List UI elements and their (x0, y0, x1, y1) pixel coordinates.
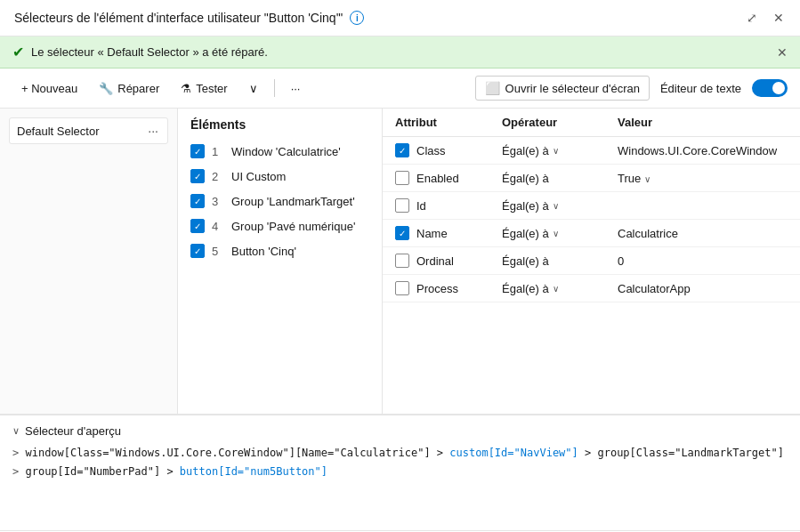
repair-button[interactable]: 🔧 Réparer (90, 77, 168, 100)
attr-checkbox-ordinal[interactable] (395, 254, 409, 268)
repair-icon: 🔧 (99, 82, 113, 95)
selector-more-button[interactable]: ··· (146, 124, 160, 138)
element-label-4: Group 'Pavé numérique' (231, 220, 355, 233)
attr-value-class: Windows.UI.Core.CoreWindow (618, 144, 788, 157)
banner-close-button[interactable]: ✕ (777, 45, 788, 60)
element-num-4: 4 (212, 220, 224, 233)
code-arrow-1: > (12, 447, 25, 459)
sidebar: Default Selector ··· (0, 109, 178, 414)
attr-operator-enabled: Égal(e) à (502, 172, 618, 185)
attr-checkbox-name[interactable]: ✓ (395, 226, 409, 240)
code-arrow-2: > (12, 465, 25, 478)
preview-header[interactable]: ∨ Sélecteur d'aperçu (12, 424, 788, 438)
attr-row-ordinal: Ordinal Égal(e) à 0 (383, 247, 800, 275)
default-selector-item[interactable]: Default Selector ··· (9, 117, 168, 144)
element-label-1: Window 'Calculatrice' (231, 145, 341, 158)
selector-label: Default Selector (17, 125, 100, 138)
attr-operator-process: Égal(e) à ∨ (502, 282, 618, 295)
banner-message: Le sélecteur « Default Selector » a été … (31, 45, 268, 59)
attr-row-process: Process Égal(e) à ∨ CalculatorApp (383, 275, 800, 302)
element-num-3: 3 (212, 195, 224, 208)
attr-operator-name: Égal(e) à ∨ (502, 227, 618, 240)
attr-operator-class: Égal(e) à ∨ (502, 144, 618, 157)
element-num-1: 1 (212, 145, 224, 158)
code-window: window[Class="Windows.UI.Core.CoreWindow… (25, 447, 449, 459)
toolbar: + Nouveau 🔧 Réparer ⚗ Tester ∨ ··· ⬜ Ouv… (0, 69, 800, 109)
preview-toggle-icon: ∨ (12, 425, 20, 437)
open-selector-button[interactable]: ⬜ Ouvrir le sélecteur d'écran (475, 76, 650, 101)
elements-panel: Éléments ✓ 1 Window 'Calculatrice' ✓ 2 U… (178, 109, 383, 414)
attr-row-class: ✓ Class Égal(e) à ∨ Windows.UI.Core.Core… (383, 137, 800, 165)
element-item-5[interactable]: ✓ 5 Button 'Cinq' (178, 238, 382, 263)
attr-value-process: CalculatorApp (618, 282, 788, 295)
attr-name-class: ✓ Class (395, 143, 502, 157)
new-button-label: + Nouveau (21, 82, 77, 95)
attr-checkbox-enabled[interactable] (395, 171, 409, 185)
attr-value-ordinal: 0 (618, 254, 788, 268)
new-button[interactable]: + Nouveau (12, 77, 86, 100)
preview-line-1: > window[Class="Windows.UI.Core.CoreWind… (12, 445, 788, 462)
element-num-5: 5 (212, 245, 224, 258)
attr-col-attribut: Attribut (395, 116, 502, 129)
text-editor-label: Éditeur de texte (660, 82, 741, 95)
window-title: Sélecteurs de l'élément d'interface util… (14, 11, 343, 25)
attributes-header: Attribut Opérateur Valeur (383, 109, 800, 137)
element-item-3[interactable]: ✓ 3 Group 'LandmarkTarget' (178, 189, 382, 214)
element-item-2[interactable]: ✓ 2 UI Custom (178, 164, 382, 189)
attr-col-valeur: Valeur (618, 116, 788, 129)
attr-row-id: Id Égal(e) à ∨ (383, 192, 800, 220)
toolbar-right: ⬜ Ouvrir le sélecteur d'écran Éditeur de… (475, 76, 788, 101)
more-button[interactable]: ··· (282, 77, 310, 100)
test-icon: ⚗ (181, 82, 191, 95)
screen-selector-icon: ⬜ (485, 81, 500, 95)
chevron-down-icon: ∨ (249, 82, 258, 95)
attr-name-name: ✓ Name (395, 226, 502, 240)
chevron-down-icon[interactable]: ∨ (553, 284, 559, 294)
chevron-down-icon[interactable]: ∨ (553, 229, 559, 238)
info-icon[interactable]: i (350, 11, 364, 25)
attr-checkbox-process[interactable] (395, 281, 409, 295)
check-icon: ✔ (12, 44, 24, 60)
test-button[interactable]: ⚗ Tester (172, 77, 236, 100)
attr-operator-id: Égal(e) à ∨ (502, 199, 618, 213)
attr-checkbox-class[interactable]: ✓ (395, 143, 409, 157)
attr-name-id: Id (395, 198, 502, 213)
attr-name-ordinal: Ordinal (395, 254, 502, 268)
chevron-down-icon[interactable]: ∨ (553, 146, 559, 156)
attr-col-operateur: Opérateur (502, 116, 618, 129)
preview-panel: ∨ Sélecteur d'aperçu > window[Class="Win… (0, 415, 800, 530)
code-group1: > group[Class="LandmarkTarget"] (578, 447, 784, 459)
text-editor-toggle[interactable] (752, 79, 788, 97)
chevron-down-icon[interactable]: ∨ (553, 201, 559, 211)
attr-name-enabled: Enabled (395, 171, 502, 185)
element-item-4[interactable]: ✓ 4 Group 'Pavé numérique' (178, 214, 382, 238)
chevron-down-button[interactable]: ∨ (240, 77, 267, 100)
element-checkbox-5[interactable]: ✓ (190, 244, 205, 258)
element-num-2: 2 (212, 170, 224, 183)
preview-title: Sélecteur d'aperçu (25, 424, 121, 438)
element-checkbox-3[interactable]: ✓ (190, 194, 205, 208)
element-item-1[interactable]: ✓ 1 Window 'Calculatrice' (178, 139, 382, 164)
toolbar-separator (274, 79, 275, 97)
open-selector-label: Ouvrir le sélecteur d'écran (505, 82, 640, 95)
element-checkbox-4[interactable]: ✓ (190, 219, 205, 233)
element-checkbox-1[interactable]: ✓ (190, 144, 205, 158)
more-icon: ··· (291, 82, 301, 95)
repair-banner: ✔ Le sélecteur « Default Selector » a ét… (0, 36, 800, 69)
code-group2: group[Id="NumberPad"] > (25, 465, 179, 478)
element-checkbox-2[interactable]: ✓ (190, 169, 205, 183)
title-bar: Sélecteurs de l'élément d'interface util… (0, 0, 800, 36)
preview-code: > window[Class="Windows.UI.Core.CoreWind… (12, 445, 788, 480)
banner-left: ✔ Le sélecteur « Default Selector » a ét… (12, 44, 268, 60)
attr-row-enabled: Enabled Égal(e) à True ∨ (383, 165, 800, 192)
title-bar-left: Sélecteurs de l'élément d'interface util… (14, 11, 364, 25)
close-button[interactable]: ✕ (770, 9, 788, 27)
element-label-2: UI Custom (231, 170, 286, 183)
attr-name-process: Process (395, 281, 502, 295)
expand-button[interactable]: ⤢ (743, 9, 761, 27)
attributes-panel: Attribut Opérateur Valeur ✓ Class Égal(e… (383, 109, 800, 414)
attr-row-name: ✓ Name Égal(e) à ∨ Calculatrice (383, 220, 800, 247)
attr-checkbox-id[interactable] (395, 198, 409, 213)
attr-value-name: Calculatrice (618, 227, 788, 240)
test-button-label: Tester (196, 82, 227, 95)
